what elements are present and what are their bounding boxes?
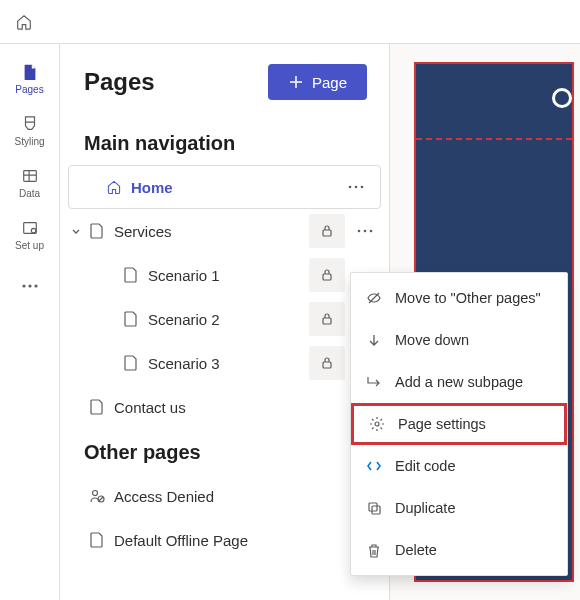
svg-point-18	[375, 422, 379, 426]
svg-point-10	[358, 230, 361, 233]
menu-page-settings[interactable]: Page settings	[351, 403, 567, 445]
tree-label: Scenario 3	[142, 355, 309, 372]
svg-point-7	[355, 186, 358, 189]
tree-row-access-denied[interactable]: Access Denied	[60, 474, 389, 518]
svg-rect-20	[372, 506, 380, 514]
preview-logo	[552, 88, 572, 108]
more-button[interactable]	[347, 214, 383, 248]
svg-rect-14	[323, 318, 331, 324]
person-denied-icon	[86, 488, 108, 504]
lock-icon	[320, 224, 334, 238]
setup-icon	[20, 218, 40, 238]
svg-point-12	[370, 230, 373, 233]
trash-icon	[365, 541, 383, 559]
brush-icon	[20, 114, 40, 134]
pages-icon	[20, 62, 40, 82]
lock-icon	[320, 356, 334, 370]
plus-icon	[288, 74, 304, 90]
rail-item-setup[interactable]: Set up	[4, 208, 56, 260]
duplicate-icon	[365, 499, 383, 517]
add-page-button[interactable]: Page	[268, 64, 367, 100]
menu-label: Page settings	[398, 416, 486, 432]
tree-label: Scenario 1	[142, 267, 309, 284]
rail-label: Data	[19, 188, 40, 199]
svg-point-2	[31, 228, 35, 233]
svg-rect-9	[323, 230, 331, 236]
rail-item-styling[interactable]: Styling	[4, 104, 56, 156]
tree-label: Home	[125, 179, 338, 196]
menu-move-down[interactable]: Move down	[351, 319, 567, 361]
svg-rect-0	[23, 170, 36, 181]
svg-rect-19	[369, 503, 377, 511]
context-menu: Move to "Other pages" Move down Add a ne…	[350, 272, 568, 576]
rail-item-more[interactable]	[4, 260, 56, 312]
lock-button[interactable]	[309, 346, 345, 380]
svg-point-11	[364, 230, 367, 233]
rail-item-data[interactable]: Data	[4, 156, 56, 208]
tree-row-contact[interactable]: Contact us	[60, 385, 389, 429]
tree-row-scenario1[interactable]: Scenario 1	[60, 253, 389, 297]
page-icon	[120, 267, 142, 283]
tree-label: Contact us	[108, 399, 383, 416]
panel-title: Pages	[84, 68, 155, 96]
svg-point-3	[22, 284, 25, 287]
svg-point-6	[349, 186, 352, 189]
tree-label: Scenario 2	[142, 311, 309, 328]
svg-point-5	[34, 284, 37, 287]
menu-label: Move to "Other pages"	[395, 290, 541, 306]
tree-row-scenario3[interactable]: Scenario 3	[60, 341, 389, 385]
arrow-down-icon	[365, 331, 383, 349]
page-icon	[120, 355, 142, 371]
svg-rect-15	[323, 362, 331, 368]
tree-row-default-offline[interactable]: Default Offline Page	[60, 518, 389, 562]
tree-label: Default Offline Page	[108, 532, 383, 549]
menu-label: Duplicate	[395, 500, 455, 516]
other-tree: Access Denied Default Offline Page	[60, 474, 389, 562]
more-icon	[357, 229, 373, 233]
menu-delete[interactable]: Delete	[351, 529, 567, 571]
menu-duplicate[interactable]: Duplicate	[351, 487, 567, 529]
menu-edit-code[interactable]: Edit code	[351, 445, 567, 487]
menu-label: Add a new subpage	[395, 374, 523, 390]
section-other-pages: Other pages	[60, 429, 389, 474]
code-icon	[365, 457, 383, 475]
preview-header	[416, 64, 572, 140]
svg-point-8	[361, 186, 364, 189]
rail-label: Pages	[15, 84, 43, 95]
lock-button[interactable]	[309, 258, 345, 292]
section-main-nav: Main navigation	[60, 120, 389, 165]
lock-icon	[320, 268, 334, 282]
tree-row-home[interactable]: Home	[68, 165, 381, 209]
home-button[interactable]	[8, 6, 40, 38]
lock-button[interactable]	[309, 302, 345, 336]
rail-label: Set up	[15, 240, 44, 251]
add-page-label: Page	[312, 74, 347, 91]
tree-label: Access Denied	[108, 488, 383, 505]
tree-row-services[interactable]: Services	[60, 209, 389, 253]
home-icon	[15, 13, 33, 31]
lock-button[interactable]	[309, 214, 345, 248]
menu-label: Delete	[395, 542, 437, 558]
rail-item-pages[interactable]: Pages	[4, 52, 56, 104]
page-icon	[120, 311, 142, 327]
page-icon	[86, 223, 108, 239]
lock-icon	[320, 312, 334, 326]
menu-add-subpage[interactable]: Add a new subpage	[351, 361, 567, 403]
menu-move-to-other[interactable]: Move to "Other pages"	[351, 277, 567, 319]
tree-label: Services	[108, 223, 309, 240]
page-icon	[86, 399, 108, 415]
menu-label: Move down	[395, 332, 469, 348]
rail-label: Styling	[14, 136, 44, 147]
eye-off-icon	[365, 289, 383, 307]
svg-rect-13	[323, 274, 331, 280]
top-bar	[0, 0, 580, 44]
svg-point-4	[28, 284, 31, 287]
subpage-icon	[365, 373, 383, 391]
nav-rail: Pages Styling Data Set up	[0, 44, 60, 600]
home-icon	[103, 179, 125, 195]
tree-row-scenario2[interactable]: Scenario 2	[60, 297, 389, 341]
more-icon	[20, 276, 40, 296]
page-icon	[86, 532, 108, 548]
chevron-down-icon[interactable]	[66, 225, 86, 237]
more-button[interactable]	[338, 170, 374, 204]
